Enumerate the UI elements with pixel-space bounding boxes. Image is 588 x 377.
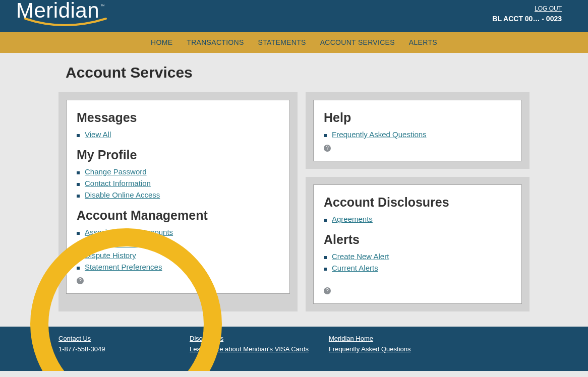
list-item: Agreements — [324, 215, 511, 223]
link-card-activation[interactable]: Card Activation — [85, 239, 140, 248]
help-icon[interactable]: ? — [324, 145, 331, 152]
main-nav: HOME TRANSACTIONS STATEMENTS ACCOUNT SER… — [0, 32, 588, 53]
link-change-password[interactable]: Change Password — [85, 167, 147, 176]
link-contact-info[interactable]: Contact Information — [85, 179, 151, 187]
link-create-alert[interactable]: Create New Alert — [332, 252, 389, 261]
myprofile-list: Change Password Contact Information Disa… — [77, 167, 279, 199]
link-view-all[interactable]: View All — [85, 130, 111, 139]
nav-home[interactable]: HOME — [151, 38, 172, 46]
link-disable-online[interactable]: Disable Online Access — [85, 191, 160, 199]
list-item: Current Alerts — [324, 264, 511, 272]
link-dispute-history[interactable]: Dispute History — [85, 251, 136, 260]
help-icon[interactable]: ? — [324, 287, 331, 294]
disclosures-heading: Account Disclosures — [324, 195, 511, 210]
nav-statements[interactable]: STATEMENTS — [258, 38, 306, 46]
list-item: Contact Information — [77, 179, 279, 187]
help-card: Help Frequently Asked Questions ? — [306, 92, 530, 169]
disclosures-list: Agreements — [324, 215, 511, 223]
brand-tm: ™ — [100, 4, 105, 9]
left-card: Messages View All My Profile Change Pass… — [58, 92, 298, 311]
list-item: View All — [77, 130, 279, 139]
list-item: Disable Online Access — [77, 191, 279, 199]
footer-col-disclosures: Disclosures Learn More about Meridian's … — [190, 335, 309, 356]
alerts-list: Create New Alert Current Alerts — [324, 252, 511, 272]
brand-logo: Meridian™ — [16, 0, 112, 27]
logout-link[interactable]: LOG OUT — [535, 5, 562, 12]
footer-disclosures[interactable]: Disclosures — [190, 335, 309, 342]
page-title: Account Services — [66, 64, 588, 81]
footer-learn-more[interactable]: Learn More about Meridian's VISA Cards — [190, 345, 309, 353]
footer-contact-us[interactable]: Contact Us — [58, 335, 169, 342]
link-associated-cards[interactable]: Associated Card Accounts — [85, 228, 173, 236]
footer: Contact Us 1-877-558-3049 Disclosures Le… — [0, 327, 588, 371]
link-agreements[interactable]: Agreements — [332, 215, 373, 223]
messages-list: View All — [77, 130, 279, 139]
acctmgmt-list: Associated Card Accounts Card Activation… — [77, 228, 279, 271]
help-icon[interactable]: ? — [77, 277, 84, 284]
alerts-heading: Alerts — [324, 232, 511, 247]
footer-meridian-home[interactable]: Meridian Home — [329, 335, 440, 342]
list-item: Change Password — [77, 167, 279, 176]
footer-col-contact: Contact Us 1-877-558-3049 — [58, 335, 169, 356]
nav-transactions[interactable]: TRANSACTIONS — [187, 38, 244, 46]
list-item: Create New Alert — [324, 252, 511, 261]
link-statement-prefs[interactable]: Statement Preferences — [85, 263, 162, 271]
header: Meridian™ LOG OUT BL ACCT 00… - 0023 — [0, 0, 588, 32]
header-right: LOG OUT BL ACCT 00… - 0023 — [492, 4, 562, 24]
nav-alerts[interactable]: ALERTS — [409, 38, 437, 46]
acctmgmt-heading: Account Management — [77, 208, 279, 223]
help-heading: Help — [324, 110, 511, 125]
list-item: Card Activation — [77, 239, 279, 248]
account-label: BL ACCT 00… - 0023 — [492, 14, 562, 24]
list-item: Associated Card Accounts — [77, 228, 279, 236]
footer-faq[interactable]: Frequently Asked Questions — [329, 345, 440, 353]
nav-account-services[interactable]: ACCOUNT SERVICES — [320, 38, 395, 46]
help-list: Frequently Asked Questions — [324, 130, 511, 139]
page: Account Services Messages View All My Pr… — [0, 64, 588, 327]
myprofile-heading: My Profile — [77, 148, 279, 162]
footer-col-links: Meridian Home Frequently Asked Questions — [329, 335, 440, 356]
link-faq[interactable]: Frequently Asked Questions — [332, 130, 427, 139]
messages-heading: Messages — [77, 110, 279, 125]
link-current-alerts[interactable]: Current Alerts — [332, 264, 378, 272]
list-item: Statement Preferences — [77, 263, 279, 271]
list-item: Dispute History — [77, 251, 279, 260]
list-item: Frequently Asked Questions — [324, 130, 511, 139]
disclosures-card: Account Disclosures Agreements Alerts Cr… — [306, 177, 530, 311]
footer-phone: 1-877-558-3049 — [58, 345, 169, 353]
